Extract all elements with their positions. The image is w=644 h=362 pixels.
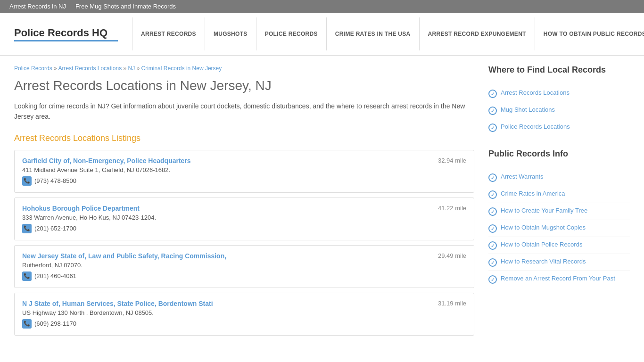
nav-police-records[interactable]: POLICE RECORDS [256,17,327,50]
check-icon [488,107,497,115]
card-distance: 29.49 mile [438,252,466,259]
phone-icon: 📞 [22,176,32,186]
card-address: 333 Warren Avenue, Ho Ho Kus, NJ 07423-1… [22,214,466,221]
location-card: N J State of, Human Services, State Poli… [14,293,474,336]
sidebar-link-1-0[interactable]: Arrest Warrants [488,169,630,186]
breadcrumb-link-2[interactable]: NJ [128,65,135,72]
sidebar-section-0: Where to Find Local RecordsArrest Record… [488,65,630,136]
card-phone: 📞 (201) 652-1700 [22,224,466,233]
check-icon [488,258,497,267]
card-header: New Jersey State of, Law and Public Safe… [22,252,466,260]
card-address: 411 Midland Avenue Suite 1, Garfield, NJ… [22,166,466,173]
main-container: Police Records » Arrest Records Location… [0,56,644,350]
check-icon [488,123,497,132]
breadcrumb-link-1[interactable]: Arrest Records Locations [58,65,122,72]
phone-number: (201) 460-4061 [34,272,76,280]
sidebar-link-1-5[interactable]: How to Research Vital Records [488,254,630,271]
check-icon [488,275,497,284]
sidebar-link-label: Arrest Warrants [501,173,544,180]
card-header: Hohokus Borough Police Department 41.22 … [22,205,466,212]
topbar-link-1[interactable]: Free Mug Shots and Inmate Records [75,3,176,10]
card-header: Garfield City of, Non-Emergency, Police … [22,157,466,165]
breadcrumb-link-3[interactable]: Criminal Records in New Jersey [141,65,222,72]
listings-title: Arrest Records Locations Listings [14,133,474,143]
phone-icon: 📞 [22,319,32,329]
card-name[interactable]: Garfield City of, Non-Emergency, Police … [22,157,191,165]
check-icon [488,207,497,216]
sidebar-link-0-1[interactable]: Mug Shot Locations [488,102,630,119]
breadcrumb-link-0[interactable]: Police Records [14,65,52,72]
phone-number: (973) 478-8500 [34,177,76,184]
sidebar-link-label: Police Records Locations [501,123,570,130]
sidebar-sections-container: Where to Find Local RecordsArrest Record… [488,65,630,288]
check-icon [488,224,497,233]
card-distance: 32.94 mile [438,157,466,164]
sidebar-link-label: Remove an Arrest Record From Your Past [501,275,615,282]
card-distance: 31.19 mile [438,300,466,307]
sidebar-link-0-0[interactable]: Arrest Records Locations [488,85,630,102]
card-phone: 📞 (973) 478-8500 [22,176,466,186]
phone-icon: 📞 [22,224,32,233]
location-card: Hohokus Borough Police Department 41.22 … [14,197,474,240]
sidebar-section-title: Where to Find Local Records [488,65,630,79]
phone-number: (609) 298-1170 [34,320,76,327]
content-area: Police Records » Arrest Records Location… [14,65,474,340]
card-phone: 📞 (201) 460-4061 [22,272,466,281]
sidebar-link-1-2[interactable]: How to Create Your Family Tree [488,203,630,220]
sidebar-link-1-6[interactable]: Remove an Arrest Record From Your Past [488,271,630,288]
check-icon [488,90,497,98]
location-card: Garfield City of, Non-Emergency, Police … [14,150,474,193]
check-icon [488,241,497,250]
phone-icon: 📞 [22,272,32,281]
logo[interactable]: Police Records HQ [14,27,118,41]
breadcrumb: Police Records » Arrest Records Location… [14,65,474,72]
location-card: New Jersey State of, Law and Public Safe… [14,245,474,288]
card-name[interactable]: New Jersey State of, Law and Public Safe… [22,252,226,260]
card-name[interactable]: Hohokus Borough Police Department [22,205,140,212]
main-nav: ARREST RECORDS MUGSHOTS POLICE RECORDS C… [132,17,644,50]
card-address: US Highway 130 North , Bordentown, NJ 08… [22,309,466,316]
card-name[interactable]: N J State of, Human Services, State Poli… [22,300,213,307]
sidebar-link-label: Arrest Records Locations [501,89,570,96]
sidebar-section-title: Public Records Info [488,149,630,163]
sidebar: Where to Find Local RecordsArrest Record… [488,65,630,340]
sidebar-section-1: Public Records InfoArrest WarrantsCrime … [488,149,630,288]
sidebar-link-label: Crime Rates in America [501,190,565,197]
card-phone: 📞 (609) 298-1170 [22,319,466,329]
nav-expungement[interactable]: ARREST RECORD EXPUNGEMENT [420,17,535,50]
nav-public-records[interactable]: HOW TO OBTAIN PUBLIC RECORDS [535,17,644,50]
page-title: Arrest Records Locations in New Jersey, … [14,78,474,93]
top-bar: Arrest Records in NJ Free Mug Shots and … [0,0,644,13]
card-header: N J State of, Human Services, State Poli… [22,300,466,307]
nav-mugshots[interactable]: MUGSHOTS [205,17,256,50]
listings-container: Garfield City of, Non-Emergency, Police … [14,150,474,336]
header: Police Records HQ ARREST RECORDS MUGSHOT… [0,13,644,56]
page-description: Looking for crime records in NJ? Get inf… [14,101,474,122]
sidebar-link-1-3[interactable]: How to Obtain Mugshot Copies [488,220,630,237]
sidebar-link-1-4[interactable]: How to Obtain Police Records [488,237,630,254]
sidebar-link-label: How to Obtain Police Records [501,241,582,248]
sidebar-link-label: How to Create Your Family Tree [501,207,587,214]
check-icon [488,173,497,182]
sidebar-link-label: Mug Shot Locations [501,106,555,113]
nav-arrest-records[interactable]: ARREST RECORDS [132,17,205,50]
nav-crime-rates[interactable]: CRIME RATES IN THE USA [327,17,420,50]
sidebar-link-label: How to Research Vital Records [501,258,586,265]
phone-number: (201) 652-1700 [34,225,76,232]
topbar-link-0[interactable]: Arrest Records in NJ [9,3,66,10]
check-icon [488,190,497,199]
card-distance: 41.22 mile [438,205,466,212]
sidebar-link-1-1[interactable]: Crime Rates in America [488,186,630,203]
sidebar-link-0-2[interactable]: Police Records Locations [488,119,630,136]
card-address: Rutherford, NJ 07070. [22,262,466,269]
sidebar-link-label: How to Obtain Mugshot Copies [501,224,586,231]
